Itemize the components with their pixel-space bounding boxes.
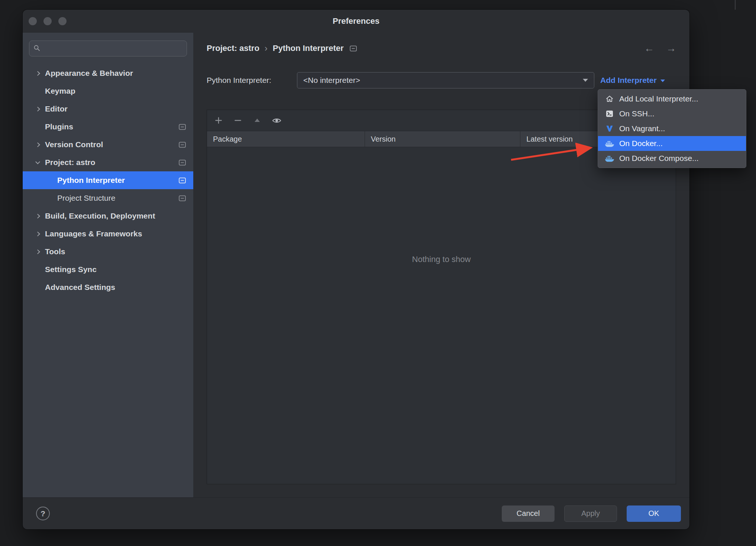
sidebar-item-python-interpreter[interactable]: Python Interpreter — [23, 171, 193, 189]
chevron-down-icon — [660, 80, 665, 82]
sidebar-item-project-astro[interactable]: Project: astro — [23, 154, 193, 171]
window-icon — [179, 142, 186, 148]
menu-item-on-vagrant[interactable]: On Vagrant... — [598, 121, 746, 136]
breadcrumb-separator-icon: › — [265, 43, 268, 54]
sidebar-item-appearance-behavior[interactable]: Appearance & Behavior — [23, 64, 193, 82]
docker-compose-icon — [605, 154, 614, 162]
sidebar-item-languages-frameworks[interactable]: Languages & Frameworks — [23, 225, 193, 243]
interpreter-selected-value: <No interpreter> — [303, 76, 360, 85]
eye-icon — [272, 116, 282, 126]
history-navigation: ← → — [644, 43, 676, 54]
sidebar-item-plugins[interactable]: Plugins — [23, 118, 193, 136]
sidebar-item-version-control[interactable]: Version Control — [23, 136, 193, 154]
forward-icon[interactable]: → — [666, 43, 676, 54]
sidebar-item-project-structure[interactable]: Project Structure — [23, 189, 193, 207]
menu-item-add-local-interpreter[interactable]: Add Local Interpreter... — [598, 91, 746, 106]
cancel-button[interactable]: Cancel — [502, 505, 555, 522]
chevron-right-icon — [36, 250, 45, 253]
remove-package-button[interactable] — [232, 115, 243, 126]
search-icon — [33, 44, 41, 53]
window-icon — [179, 195, 186, 201]
settings-tree: Appearance & Behavior Keymap Editor Plug… — [23, 64, 193, 296]
sidebar-item-build-execution-deployment[interactable]: Build, Execution, Deployment — [23, 207, 193, 225]
desktop: Preferences Appearance & Behavior — [0, 0, 756, 546]
chevron-right-icon — [36, 214, 45, 218]
preferences-window: Preferences Appearance & Behavior — [23, 10, 689, 529]
add-package-button[interactable] — [213, 115, 224, 126]
window-icon — [179, 159, 186, 166]
upgrade-package-button[interactable] — [252, 115, 263, 126]
packages-table-body: Nothing to show — [207, 147, 676, 484]
settings-search-field[interactable] — [29, 41, 187, 56]
apply-button[interactable]: Apply — [564, 505, 617, 522]
window-title: Preferences — [23, 16, 689, 26]
plus-icon — [214, 116, 223, 125]
zoom-button[interactable] — [58, 17, 67, 25]
sidebar-item-tools[interactable]: Tools — [23, 243, 193, 261]
add-interpreter-link[interactable]: Add Interpreter — [600, 76, 665, 85]
ok-button[interactable]: OK — [627, 505, 681, 522]
sidebar-item-advanced-settings[interactable]: Advanced Settings — [23, 278, 193, 296]
back-icon[interactable]: ← — [644, 43, 654, 54]
breadcrumb: Project: astro › Python Interpreter ← → — [207, 41, 676, 56]
breadcrumb-page: Python Interpreter — [273, 43, 344, 53]
content-area: Appearance & Behavior Keymap Editor Plug… — [23, 33, 689, 497]
chevron-right-icon — [36, 232, 45, 236]
search-input[interactable] — [43, 44, 183, 53]
window-icon — [179, 124, 186, 130]
docker-icon — [605, 139, 614, 148]
minus-icon — [233, 116, 243, 125]
show-early-releases-button[interactable] — [271, 115, 282, 126]
menu-item-on-docker[interactable]: On Docker... — [598, 136, 746, 151]
chevron-down-icon — [36, 162, 45, 164]
window-icon — [179, 177, 186, 184]
triangle-up-icon — [253, 116, 262, 125]
sidebar-item-editor[interactable]: Editor — [23, 100, 193, 118]
menu-item-on-ssh[interactable]: On SSH... — [598, 106, 746, 121]
help-button[interactable]: ? — [36, 507, 50, 520]
traffic-lights — [23, 17, 67, 25]
terminal-icon — [605, 109, 614, 118]
add-interpreter-menu: Add Local Interpreter... On SSH... On Va… — [598, 89, 746, 168]
screen-divider-line — [735, 0, 736, 10]
chevron-right-icon — [36, 72, 45, 75]
empty-state-text: Nothing to show — [412, 255, 471, 264]
chevron-right-icon — [36, 143, 45, 146]
menu-item-on-docker-compose[interactable]: On Docker Compose... — [598, 151, 746, 166]
sidebar-item-settings-sync[interactable]: Settings Sync — [23, 261, 193, 278]
settings-sidebar: Appearance & Behavior Keymap Editor Plug… — [23, 33, 193, 497]
column-header-package[interactable]: Package — [207, 131, 365, 147]
dialog-footer: ? Cancel Apply OK — [23, 497, 689, 529]
sidebar-item-keymap[interactable]: Keymap — [23, 82, 193, 100]
titlebar: Preferences — [23, 10, 689, 33]
breadcrumb-project[interactable]: Project: astro — [207, 43, 259, 53]
column-header-version[interactable]: Version — [365, 131, 520, 147]
minimize-button[interactable] — [43, 17, 52, 25]
chevron-right-icon — [36, 107, 45, 111]
interpreter-select[interactable]: <No interpreter> — [297, 72, 594, 88]
interpreter-row: Python Interpreter: <No interpreter> Add… — [207, 72, 676, 88]
chevron-down-icon — [583, 79, 588, 82]
window-icon — [350, 45, 357, 52]
home-icon — [605, 94, 614, 103]
question-mark-icon: ? — [41, 509, 45, 518]
close-button[interactable] — [29, 17, 37, 25]
vagrant-icon — [605, 124, 614, 133]
interpreter-label: Python Interpreter: — [207, 76, 297, 85]
